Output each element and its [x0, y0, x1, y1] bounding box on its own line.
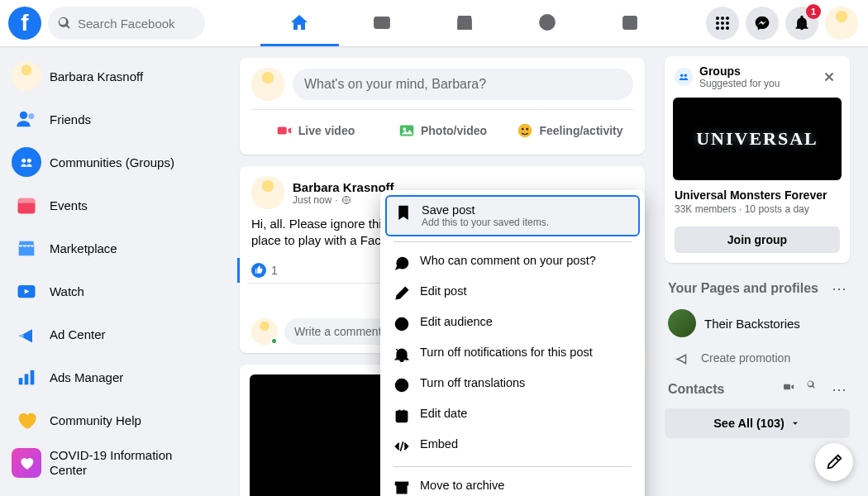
sidebar-item-label: Ad Center	[50, 327, 106, 341]
widget-header: Groups Suggested for you	[665, 56, 850, 98]
news-icon	[620, 12, 640, 32]
watch-icon	[372, 12, 392, 32]
sidebar-item-communities[interactable]: Communities (Groups)	[5, 141, 218, 184]
search-icon	[58, 17, 71, 30]
live-video-button[interactable]: Live video	[251, 117, 379, 145]
sidebar-item-marketplace[interactable]: Marketplace	[5, 227, 218, 269]
marketplace-icon	[455, 12, 475, 32]
dropdown-archive[interactable]: Move to archive	[385, 472, 640, 496]
join-group-button[interactable]: Join group	[675, 227, 840, 253]
dropdown-edit-post[interactable]: Edit post	[385, 278, 640, 308]
nav-home[interactable]	[260, 0, 339, 46]
feeling-icon	[516, 122, 534, 140]
nav-news[interactable]	[591, 0, 670, 46]
svg-point-37	[680, 74, 684, 78]
svg-point-13	[716, 26, 719, 30]
sidebar-item-events[interactable]: Events	[5, 184, 218, 227]
svg-rect-24	[25, 374, 29, 385]
sidebar-item-label: Marketplace	[50, 241, 117, 255]
sidebar-item-adcenter[interactable]: Ad Center	[5, 312, 218, 355]
sidebar-item-label: Events	[50, 198, 88, 212]
dd-title: Who can comment on your post?	[420, 254, 632, 267]
dd-title: Edit audience	[420, 315, 632, 328]
svg-point-10	[716, 21, 719, 25]
sidebar-item-adsmanager[interactable]: Ads Manager	[5, 355, 218, 398]
header: f 1	[0, 0, 868, 46]
megaphone-icon	[675, 351, 689, 365]
like-count: 1	[271, 264, 278, 277]
svg-rect-39	[784, 384, 790, 390]
search-icon[interactable]	[807, 380, 820, 393]
sidebar-item-label: COVID-19 Information Center	[50, 448, 212, 478]
photo-video-button[interactable]: Photo/video	[379, 117, 506, 145]
group-cover[interactable]: UNIVERSAL	[673, 98, 842, 180]
svg-point-12	[726, 21, 729, 25]
nav-groups[interactable]	[508, 0, 587, 46]
header-right: 1	[706, 7, 868, 40]
messenger-button[interactable]	[746, 7, 779, 40]
right-column: Groups Suggested for you UNIVERSAL Unive…	[661, 46, 860, 496]
sidebar-item-watch[interactable]: Watch	[5, 269, 218, 312]
dropdown-edit-audience[interactable]: Edit audience	[385, 308, 640, 339]
notifications-button[interactable]: 1	[785, 7, 818, 40]
menu-button[interactable]	[706, 7, 739, 40]
svg-point-9	[726, 17, 729, 20]
facebook-logo[interactable]: f	[8, 7, 41, 40]
sidebar-item-label: Community Help	[50, 413, 141, 427]
groups-icon	[675, 68, 693, 86]
group-meta: 33K members · 10 posts a day	[675, 203, 840, 215]
dropdown-turn-off-translations[interactable]: Turn off translations	[385, 370, 640, 400]
dropdown-turn-off-notifications[interactable]: Turn off notifications for this post	[385, 339, 640, 370]
photo-icon	[398, 122, 416, 140]
label: Live video	[298, 124, 355, 137]
separator	[393, 466, 632, 467]
sidebar-item-friends[interactable]: Friends	[5, 98, 218, 141]
svg-point-29	[403, 127, 406, 131]
search-input[interactable]	[78, 17, 193, 31]
profile-avatar[interactable]	[825, 7, 858, 40]
dd-title: Edit date	[420, 407, 632, 420]
see-all-button[interactable]: See All (103)	[665, 408, 850, 438]
video-call-icon[interactable]	[782, 380, 795, 393]
svg-point-38	[684, 74, 688, 78]
dropdown-who-comment[interactable]: Who can comment on your post?	[385, 247, 640, 278]
svg-point-8	[721, 17, 724, 20]
sidebar-item-communityhelp[interactable]: Community Help	[5, 398, 218, 441]
page-row[interactable]: Their Backstories	[665, 303, 850, 344]
like-icon	[251, 263, 266, 278]
svg-point-32	[527, 128, 529, 131]
nav-marketplace[interactable]	[426, 0, 504, 46]
widget-subtitle: Suggested for you	[699, 78, 818, 89]
svg-point-18	[21, 159, 26, 163]
dropdown-edit-date[interactable]: Edit date	[385, 400, 640, 431]
new-message-button[interactable]	[815, 443, 853, 481]
sidebar-item-profile[interactable]: Barbara Krasnoff	[5, 55, 218, 98]
sidebar-item-covid[interactable]: COVID-19 Information Center	[5, 441, 218, 484]
more-button[interactable]: ⋯	[832, 279, 847, 298]
comment-icon	[393, 255, 410, 271]
search-box[interactable]	[48, 7, 205, 40]
composer-input[interactable]: What's on your mind, Barbara?	[293, 69, 633, 100]
universal-logo: UNIVERSAL	[696, 128, 818, 150]
globe-icon	[393, 316, 410, 332]
dropdown-save-post[interactable]: Save post Add this to your saved items.	[385, 195, 640, 236]
feeling-button[interactable]: Feeling/activity	[506, 117, 633, 145]
composer: What's on your mind, Barbara? Live video…	[240, 58, 645, 155]
dd-title: Embed	[420, 437, 632, 451]
page-name: Their Backstories	[704, 317, 800, 331]
section-title: Contacts	[668, 382, 724, 397]
sidebar-item-emotional[interactable]: Emotional Health	[5, 484, 218, 496]
sidebar-item-label: Communities (Groups)	[50, 155, 174, 169]
close-button[interactable]	[818, 66, 840, 88]
group-name[interactable]: Universal Monsters Forever	[675, 188, 840, 202]
dropdown-embed[interactable]: Embed	[385, 431, 640, 461]
label: Photo/video	[421, 124, 487, 137]
more-button[interactable]: ⋯	[832, 380, 847, 398]
label: Create promotion	[701, 351, 790, 365]
create-promotion-button[interactable]: Create promotion	[665, 344, 850, 372]
avatar[interactable]	[251, 176, 284, 209]
svg-point-1	[540, 15, 555, 30]
chevron-down-icon	[789, 417, 801, 429]
nav-watch[interactable]	[343, 0, 422, 46]
sidebar: Barbara Krasnoff Friends Communities (Gr…	[0, 46, 223, 496]
